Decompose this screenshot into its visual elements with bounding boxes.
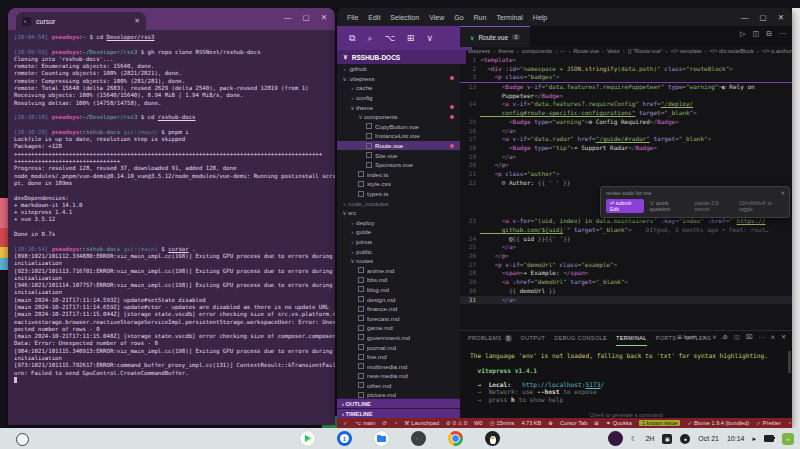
breadcrumb-item[interactable]: theme: [498, 48, 514, 54]
code-line[interactable]: 19 </a>: [460, 153, 792, 162]
panel-tab-ports[interactable]: PORTS: [656, 331, 677, 345]
tree-item-other.md[interactable]: other.md: [337, 381, 460, 391]
panel-scrollbar[interactable]: [788, 351, 791, 373]
code-line[interactable]: 2 <div :id="namespace + JSON.stringify(d…: [460, 65, 792, 74]
chevron-down-icon[interactable]: ∨: [426, 33, 433, 43]
code-line[interactable]: 17 <a v-if="data.radar" href="/guide/#ra…: [460, 135, 792, 144]
tray-date[interactable]: Oct 21: [698, 435, 719, 442]
inline-chat-placeholder[interactable]: revise code for me: [606, 190, 651, 196]
terminal-app-icon[interactable]: >_: [411, 431, 426, 446]
maximize-button[interactable]: ▢: [760, 13, 767, 22]
google-play-icon[interactable]: [300, 431, 315, 446]
menu-view[interactable]: View: [429, 14, 444, 21]
panel-control-icon[interactable]: ⚙: [723, 333, 728, 340]
tree-item-bbs.md[interactable]: bbs.md: [337, 275, 460, 285]
code-line[interactable]: 13 <Badge v-if="data.features?.requirePu…: [460, 82, 792, 92]
code-line[interactable]: 30 {{ demoUrl }}: [460, 287, 792, 296]
code-line[interactable]: 29 <a :href="demoUrl" target="_blank">: [460, 278, 792, 287]
files-app-icon[interactable]: [374, 431, 389, 446]
code-line[interactable]: 18 <Badge type="tip">⌕ Support Radar</Ba…: [460, 144, 792, 153]
notification-counter-icon[interactable]: ●: [680, 434, 690, 444]
status-item-bell-icon[interactable]: ◔: [788, 420, 791, 426]
tree-item-CopyButton.vue[interactable]: CopyButton.vue: [337, 122, 460, 132]
panel-tab-output[interactable]: OUTPUT: [521, 331, 546, 345]
tree-item-index.ts[interactable]: index.ts: [337, 170, 460, 180]
panel-control-icon[interactable]: ✕: [781, 333, 786, 340]
menu-go[interactable]: Go: [454, 14, 463, 21]
tree-item-blog.md[interactable]: blog.md: [337, 285, 460, 295]
explorer-header[interactable]: ∨ RSSHUB-DOCS: [337, 50, 466, 64]
code-line[interactable]: Puppeteer</Badge>: [460, 92, 792, 101]
status-item-biome[interactable]: ✓Biome 1.9.4 (bundled): [687, 420, 749, 426]
code-line[interactable]: 25 </a>: [460, 243, 792, 252]
status-item-alert-icon[interactable]: ◔: [394, 420, 397, 426]
panel-control-icon[interactable]: ∨: [712, 333, 716, 340]
code-line[interactable]: 20 </p>: [460, 161, 792, 170]
editor-action-icon[interactable]: ▷: [740, 30, 745, 38]
launcher-button[interactable]: [16, 433, 29, 446]
status-item-known-issue[interactable]: 1 known issue: [639, 420, 680, 426]
breadcrumb-item[interactable]: Route.vue: [574, 48, 600, 54]
minimize-button[interactable]: —: [284, 13, 292, 22]
code-line[interactable]: 27 <p v-if="demoUrl" class="example">: [460, 261, 792, 270]
code-line[interactable]: 16 </a>: [460, 127, 792, 136]
menu-run[interactable]: Run: [474, 14, 487, 21]
tree-item-design.md[interactable]: design.md: [337, 294, 460, 304]
status-tray[interactable]: ☾ 2H ▣ ● Oct 21 10:14 ▸ ‹›: [608, 430, 794, 447]
status-item-quokka[interactable]: ✦Quokka: [606, 420, 632, 426]
panel-terminal-output[interactable]: The language 'env' is not loaded, fallin…: [470, 351, 788, 407]
tree-item-Sponsors.vue[interactable]: Sponsors.vue: [337, 160, 460, 170]
code-line[interactable]: 14 <a v-if="data.features?.requireConfig…: [460, 100, 792, 109]
terminal-output[interactable]: [10:04:58] pseudoyu:~ $ cd Developer/rss…: [8, 30, 335, 425]
code-line[interactable]: 3 <p class="badges">: [460, 73, 792, 82]
model-selector[interactable]: claude-3.5-sonnet: [695, 200, 734, 212]
input-method-badge[interactable]: ‹›: [782, 433, 794, 445]
tree-item-joinus[interactable]: ›joinus: [337, 237, 460, 247]
menu-edit[interactable]: Edit: [368, 14, 380, 21]
chrome-icon[interactable]: [448, 431, 463, 446]
panel-control-icon[interactable]: +: [703, 334, 707, 340]
code-line[interactable]: config#route-specific-configurations" ta…: [460, 109, 792, 118]
tree-item-deploy[interactable]: ›deploy: [337, 218, 460, 228]
code-line[interactable]: 28 <span>✦ Example: </span>: [460, 269, 792, 278]
tree-item-government.md[interactable]: government.md: [337, 333, 460, 343]
code-line[interactable]: 26 </p>: [460, 252, 792, 261]
tree-item-picture.md[interactable]: picture.md: [337, 390, 460, 398]
tree-item-new-media.md[interactable]: new-media.md: [337, 371, 460, 381]
tray-time[interactable]: 10:14: [727, 435, 745, 442]
onepassword-icon[interactable]: 1: [337, 431, 352, 446]
status-item-sync-icon[interactable]: ⟳: [382, 420, 387, 426]
status-item-wakatime[interactable]: ◷15mins: [489, 420, 514, 426]
extensions-icon[interactable]: ⊞: [407, 33, 415, 43]
editor-action-icon[interactable]: ⊟: [766, 30, 772, 38]
close-button[interactable]: ✕: [321, 13, 327, 22]
status-item-w-counter[interactable]: W0: [474, 420, 482, 426]
tree-item-types.ts[interactable]: types.ts: [337, 189, 460, 199]
breadcrumb[interactable]: vitepress›theme›components›⋯›Route.vue›V…: [460, 46, 792, 56]
menu-file[interactable]: File: [347, 14, 358, 21]
submit-edit-button[interactable]: ⏎ submit Edit: [606, 199, 644, 213]
code-line[interactable]: 21 <p class="author">: [460, 170, 792, 179]
source-control-icon[interactable]: ⌥: [384, 33, 394, 43]
menu-terminal[interactable]: Terminal: [496, 14, 522, 21]
menu-help[interactable]: Help: [533, 14, 547, 21]
status-item-cursor-tab[interactable]: Cursor Tab: [560, 420, 587, 426]
status-item-remote-indicator[interactable]: ✓: [343, 420, 348, 426]
tree-item-forecast.md[interactable]: forecast.md: [337, 313, 460, 323]
panel-tab-debug console[interactable]: DEBUG CONSOLE: [554, 331, 607, 345]
tree-item-InstanceList.vue[interactable]: InstanceList.vue: [337, 131, 460, 141]
tree-item-theme[interactable]: ∨theme: [337, 102, 460, 112]
capture-mode-icon[interactable]: ▣: [662, 434, 672, 444]
status-item-grid-icon[interactable]: ⊞: [594, 420, 599, 426]
tree-item-.vitepress[interactable]: ∨.vitepress: [337, 74, 460, 84]
editor-action-icon[interactable]: ◫: [753, 30, 760, 38]
code-line[interactable]: github.com/${uid}`" target="_blank">DIYg…: [460, 226, 792, 235]
code-line[interactable]: 24 @{{ uid }}{{' '}}: [460, 235, 792, 244]
breadcrumb-item[interactable]: Vetur: [607, 48, 620, 54]
breadcrumb-item[interactable]: components: [522, 48, 552, 54]
panel-control-icon[interactable]: ⋯: [759, 333, 765, 340]
tree-item-finance.md[interactable]: finance.md: [337, 304, 460, 314]
tree-item-guide[interactable]: ›guide: [337, 227, 460, 237]
panel-tab-problems[interactable]: PROBLEMS3: [468, 331, 512, 345]
tree-item-cache[interactable]: ›cache: [337, 83, 460, 93]
